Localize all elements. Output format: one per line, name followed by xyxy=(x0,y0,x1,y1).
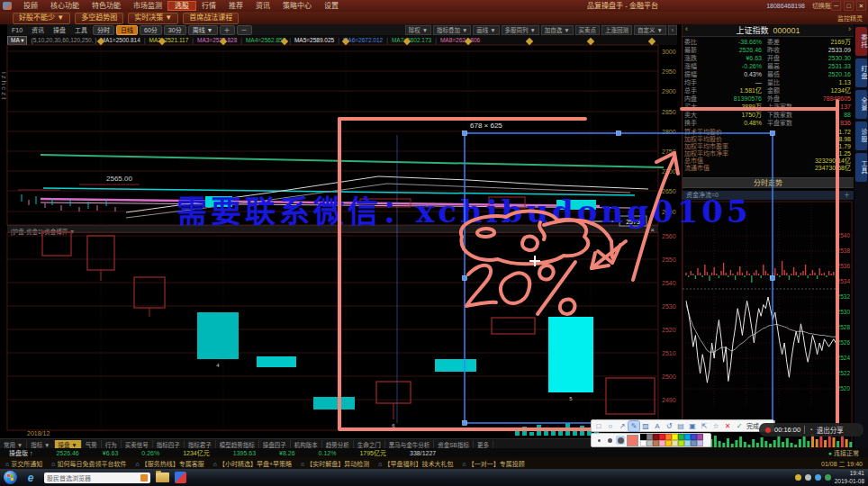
start-button[interactable] xyxy=(4,471,17,484)
indicator-tab-14[interactable]: 资金SB指标 xyxy=(434,440,474,449)
chart-tool-0[interactable]: 除权 ▼ xyxy=(405,25,431,35)
taskbar-clock[interactable]: 19:41 2019-01-08 xyxy=(835,470,864,485)
indicator-tab-9[interactable]: 操盘四子 xyxy=(259,440,291,449)
mosaic-tool-icon[interactable]: ▨ xyxy=(640,421,651,431)
menu-item-8[interactable]: 策略中心 xyxy=(276,2,318,10)
chart-tool-5[interactable]: 买卖点 xyxy=(575,25,601,35)
minimize-button[interactable]: ─ xyxy=(831,1,841,11)
palette-color-12[interactable] xyxy=(653,440,659,446)
sub-indicator-label[interactable]: [护盘-资金1]:资金博弈 ▼ xyxy=(11,227,75,236)
side-tab-1[interactable]: 盯盘 xyxy=(855,58,867,87)
palette-color-19[interactable] xyxy=(697,440,703,446)
prev-stock-arrow[interactable]: ‹ xyxy=(685,24,688,33)
palette-color-2[interactable] xyxy=(653,434,659,440)
quick-button-3[interactable]: 首席战法课程 xyxy=(183,13,239,24)
palette-color-9[interactable] xyxy=(697,434,703,440)
news-item-5[interactable]: ⌂【早盘福利】技术大礼包 xyxy=(378,459,453,468)
period-tab-1[interactable]: 日线 xyxy=(116,25,138,35)
palette-color-16[interactable] xyxy=(678,440,684,446)
ma-dropdown[interactable]: MA ▾ xyxy=(7,36,27,45)
period-tab-3[interactable]: 30分 xyxy=(164,25,186,35)
exit-share-button[interactable]: 退出分享 xyxy=(817,425,844,435)
menu-item-9[interactable]: 设置 xyxy=(318,2,345,10)
indicator-tab-5[interactable]: 买卖信号 xyxy=(122,440,153,449)
chart-tab-3[interactable]: 工具 xyxy=(70,25,92,34)
period-tab-2[interactable]: 60分 xyxy=(140,25,162,35)
indicator-tab-3[interactable]: 气势 xyxy=(82,440,102,449)
palette-color-0[interactable] xyxy=(640,434,646,440)
ellipse-tool-icon[interactable]: ○ xyxy=(605,421,616,431)
browser-icon[interactable]: e xyxy=(23,471,39,484)
chart-tab-0[interactable]: F10 xyxy=(7,27,27,33)
note-tool-icon[interactable]: ▤ xyxy=(675,421,686,431)
monitor-widget-label[interactable]: 监控精灵 xyxy=(837,14,863,22)
indicator-tab-2[interactable]: 操盘 ▼ xyxy=(55,440,82,449)
indicator-tab-1[interactable]: 指标 ▼ xyxy=(27,440,54,449)
palette-color-8[interactable] xyxy=(691,434,697,440)
palette-color-17[interactable] xyxy=(684,440,691,446)
menu-item-3[interactable]: 市场监测 xyxy=(127,2,168,10)
menu-item-5[interactable]: 行情 xyxy=(195,2,222,10)
trading-app-taskbar-icon[interactable] xyxy=(175,472,186,483)
menu-item-4[interactable]: 选股 xyxy=(168,2,195,10)
chart-tool-1[interactable]: 指标叠加 ▼ xyxy=(433,25,471,35)
chart-tool-7[interactable]: 自定义 ▼ xyxy=(634,25,666,35)
indicator-tab-11[interactable]: 趋势分析 xyxy=(322,440,354,449)
save-tool-icon[interactable]: ▣ xyxy=(687,421,698,431)
palette-color-15[interactable] xyxy=(672,440,678,446)
chart-tab-2[interactable]: 操盘 xyxy=(49,25,70,34)
chart-tab-1[interactable]: 资讯 xyxy=(27,25,49,34)
chart-tool-4[interactable]: 加自选 ▼ xyxy=(541,25,574,35)
tray-icon-4[interactable] xyxy=(825,474,831,481)
brush-size-0[interactable] xyxy=(594,436,603,445)
confirm-icon[interactable]: ✓ xyxy=(734,421,745,431)
side-tab-4[interactable]: 工具 xyxy=(855,153,867,182)
taskbar-search-box[interactable]: 股民首选浏览器 xyxy=(44,472,150,483)
chart-tool-2[interactable]: 画线 ▼ xyxy=(473,25,499,35)
brush-size-1[interactable] xyxy=(605,436,614,445)
tray-icon-1[interactable] xyxy=(795,474,801,481)
chart-tool-8[interactable]: › xyxy=(668,25,677,35)
menu-item-1[interactable]: 核心功能 xyxy=(44,2,86,10)
palette-color-14[interactable] xyxy=(665,440,672,446)
next-stock-arrow[interactable]: › xyxy=(848,24,851,33)
maximize-button[interactable]: □ xyxy=(844,1,854,11)
news-item-6[interactable]: ⌂【一对一】专属投顾 xyxy=(463,459,525,468)
menu-item-6[interactable]: 推荐 xyxy=(222,2,249,10)
news-item-3[interactable]: ⌂【小时精选】早盘+早策略 xyxy=(213,459,292,468)
close-button[interactable]: ✕ xyxy=(856,1,866,11)
palette-color-7[interactable] xyxy=(684,434,691,440)
explorer-icon[interactable] xyxy=(156,472,169,482)
quick-button-2[interactable]: 实时决策 ▼ xyxy=(128,13,178,24)
tray-icon-2[interactable] xyxy=(805,474,811,481)
palette-color-5[interactable] xyxy=(672,434,678,440)
indicator-tab-8[interactable]: 模型趋势指标 xyxy=(216,440,259,449)
news-item-1[interactable]: ⌂如何每日免费领平台软件 xyxy=(51,459,126,468)
period-tab-0[interactable]: 分时 xyxy=(93,25,114,35)
quick-button-1[interactable]: 多空趋势图 xyxy=(75,13,123,24)
pen-tool-icon[interactable]: ✎ xyxy=(628,421,639,431)
palette-color-13[interactable] xyxy=(659,440,665,446)
chart-tool-6[interactable]: 上涨回测 xyxy=(601,25,632,35)
indicator-tab-13[interactable]: 黑马与金牛分析 xyxy=(385,440,435,449)
undo-tool-icon[interactable]: ↺ xyxy=(664,421,674,431)
period-tab-4[interactable]: 周线 ▼ xyxy=(188,25,218,35)
news-item-4[interactable]: ⌂【实时解盘】异动检测 xyxy=(301,459,369,468)
news-item-0[interactable]: ⌂京交所通知 xyxy=(5,459,42,468)
indicator-tab-4[interactable]: 行为 xyxy=(102,440,122,449)
indicator-tab-15[interactable]: 更多 xyxy=(474,440,493,449)
news-item-2[interactable]: ⌂【服务热线】专属客服 xyxy=(135,459,203,468)
arrow-tool-icon[interactable]: ↗ xyxy=(617,421,628,431)
palette-color-6[interactable] xyxy=(678,434,684,440)
indicator-tab-6[interactable]: 指标四子 xyxy=(153,440,185,449)
current-color-swatch[interactable] xyxy=(627,435,638,446)
indicator-tab-12[interactable]: 生命之门 xyxy=(354,440,385,449)
chart-tool-3[interactable]: 多股同列 ▼ xyxy=(502,25,539,35)
menu-item-7[interactable]: 资讯 xyxy=(249,2,276,10)
expand-icon[interactable]: ＋ xyxy=(844,191,850,200)
pin-tool-icon[interactable]: ☆ xyxy=(710,421,721,431)
rect-tool-icon[interactable]: □ xyxy=(593,421,604,431)
text-tool-icon[interactable]: A xyxy=(652,421,663,431)
quick-button-0[interactable]: 好股不能少 ▼ xyxy=(13,13,70,24)
period-tab-5[interactable]: ＋ xyxy=(220,25,235,35)
